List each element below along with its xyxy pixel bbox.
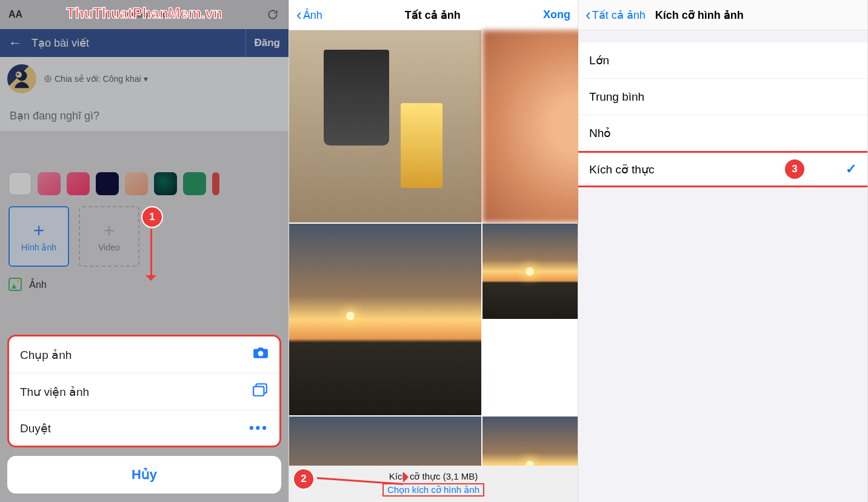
photo-section[interactable]: Ảnh	[0, 273, 289, 296]
back-arrow-icon[interactable]: ←	[8, 35, 22, 51]
chevron-down-icon: ▾	[144, 74, 148, 84]
sheet-photo-library[interactable]: Thư viện ảnh	[9, 373, 279, 410]
panel-photo-picker: ‹Ảnh Tất cả ảnh Xong ✓ Kích cỡ thực (3,1…	[289, 0, 578, 502]
bg-pink[interactable]	[38, 172, 61, 195]
photo-section-label: Ảnh	[29, 279, 47, 290]
sheet-label: Thư viện ảnh	[20, 385, 89, 399]
post-button[interactable]: Đăng	[245, 29, 281, 57]
fb-header: ← Tạo bài viết Đăng	[0, 29, 289, 57]
safari-addressbar[interactable]: AA m.facebook.com	[0, 0, 289, 29]
action-sheet: Chụp ảnh Thư viện ảnh Duyệt ••• Hủy	[7, 335, 281, 494]
sheet-group: Chụp ảnh Thư viện ảnh Duyệt •••	[7, 335, 281, 447]
share-prefix: Chia sẻ với:	[55, 74, 101, 84]
thumb-4[interactable]	[482, 224, 578, 319]
photo-grid: ✓	[289, 30, 578, 502]
plus-icon: +	[33, 221, 45, 240]
sheet-browse[interactable]: Duyệt •••	[9, 410, 279, 446]
nav-title: Tất cả ảnh	[405, 8, 461, 22]
bg-dark[interactable]	[96, 172, 119, 195]
option-label: Trung bình	[589, 90, 644, 104]
header-title: Tạo bài viết	[32, 36, 245, 50]
gallery-icon	[253, 383, 269, 400]
callout-3: 3	[785, 159, 804, 179]
panel-image-size: ‹Tất cả ảnh Kích cỡ hình ảnh Lớn Trung b…	[578, 0, 868, 502]
back-button[interactable]: ‹Ảnh	[296, 5, 322, 24]
size-options-list: Lớn Trung bình Nhỏ Kích cỡ thực 3 ✓	[578, 42, 867, 187]
footer-size: Kích cỡ thực (3,1 MB) Chọn kích cỡ hình …	[289, 466, 578, 502]
svg-rect-6	[253, 387, 264, 396]
add-image-label: Hình ảnh	[21, 243, 56, 252]
add-video-button[interactable]: + Video	[79, 206, 139, 267]
sheet-take-photo[interactable]: Chụp ảnh	[9, 336, 279, 373]
post-textarea[interactable]: Bạn đang nghĩ gì?	[0, 101, 289, 131]
option-label: Nhỏ	[589, 126, 611, 140]
bg-none[interactable]	[8, 172, 32, 195]
composer-meta: Chia sẻ với: Công khai ▾	[0, 57, 289, 101]
nav-title: Kích cỡ hình ảnh	[655, 8, 744, 22]
chevron-left-icon: ‹	[296, 5, 302, 24]
avatar[interactable]	[7, 64, 36, 93]
checkmark-icon: ✓	[846, 161, 856, 177]
globe-icon	[44, 75, 52, 83]
nav-bar: ‹Tất cả ảnh Kích cỡ hình ảnh	[578, 0, 867, 30]
share-audience: Công khai	[103, 74, 141, 84]
background-picker	[0, 167, 289, 200]
bg-heart[interactable]	[67, 172, 90, 195]
thumb-1[interactable]	[289, 30, 481, 223]
arrow-2	[317, 475, 414, 481]
sheet-label: Chụp ảnh	[20, 348, 72, 362]
sheet-label: Duyệt	[20, 421, 51, 435]
bg-red[interactable]	[212, 172, 219, 195]
svg-point-2	[17, 73, 19, 75]
cancel-button[interactable]: Hủy	[7, 456, 281, 494]
photo-icon	[8, 278, 22, 291]
plus-icon: +	[104, 221, 115, 240]
panel-create-post: ThuThuatPhanMem.vn AA m.facebook.com ← T…	[0, 0, 289, 502]
audience-selector[interactable]: Chia sẻ với: Công khai ▾	[44, 74, 148, 84]
option-label: Lớn	[589, 53, 609, 67]
option-large[interactable]: Lớn	[578, 42, 867, 79]
callout-2: 2	[294, 469, 313, 489]
add-image-button[interactable]: + Hình ảnh	[8, 206, 69, 267]
add-video-label: Video	[98, 243, 120, 252]
camera-icon	[253, 346, 269, 363]
svg-point-1	[16, 72, 22, 78]
option-actual-size[interactable]: Kích cỡ thực 3 ✓	[578, 151, 867, 187]
done-button[interactable]: Xong	[543, 8, 570, 21]
thumb-3[interactable]	[289, 224, 481, 416]
chevron-left-icon: ‹	[586, 5, 591, 24]
media-picker-row: + Hình ảnh + Video 1	[0, 200, 289, 273]
callout-1: 1	[142, 207, 162, 227]
option-label: Kích cỡ thực	[589, 162, 654, 176]
svg-point-4	[258, 351, 264, 356]
reload-icon[interactable]	[265, 7, 280, 22]
bg-space[interactable]	[154, 172, 177, 195]
back-button[interactable]: ‹Tất cả ảnh	[586, 5, 646, 24]
more-icon: •••	[249, 420, 269, 436]
bg-green[interactable]	[183, 172, 206, 195]
text-size-icon[interactable]: AA	[8, 9, 22, 20]
choose-size-link[interactable]: Chọn kích cỡ hình ảnh	[382, 483, 484, 497]
arrow-1	[148, 229, 154, 285]
option-small[interactable]: Nhỏ	[578, 115, 867, 152]
bg-peach[interactable]	[125, 172, 148, 195]
url-label[interactable]: m.facebook.com	[27, 9, 261, 20]
option-medium[interactable]: Trung bình	[578, 79, 867, 115]
nav-bar: ‹Ảnh Tất cả ảnh Xong	[289, 0, 578, 30]
